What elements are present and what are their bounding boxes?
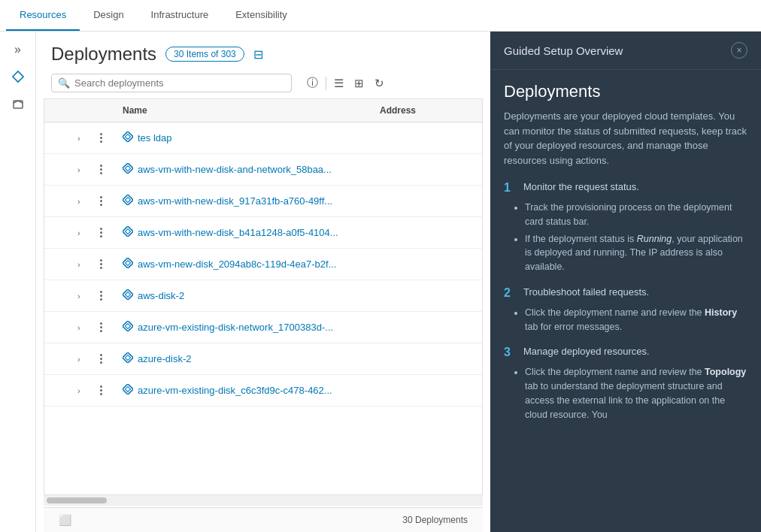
search-bar: 🔍 ⓘ ☰ ⊞ ↻ xyxy=(36,71,490,98)
header-checkbox xyxy=(44,99,74,122)
row-actions[interactable] xyxy=(97,133,120,143)
table-header: Name Address xyxy=(44,99,482,122)
column-address: Address xyxy=(377,99,482,122)
deployment-name[interactable]: aws-vm-new-disk_2094ab8c-119d-4ea7-b2f..… xyxy=(138,258,336,270)
row-menu-icon[interactable] xyxy=(100,228,102,237)
page-title: Deployments xyxy=(51,44,156,65)
search-input[interactable] xyxy=(74,77,285,89)
tab-resources[interactable]: Resources xyxy=(6,0,80,31)
step-2-header: 2 Troubleshoot failed requests. xyxy=(504,286,747,300)
deployment-icon xyxy=(123,258,133,271)
expand-chevron-icon[interactable]: › xyxy=(77,197,80,206)
deployment-name[interactable]: aws-vm-with-new-disk_917a31fb-a760-49ff.… xyxy=(138,195,332,207)
row-menu-icon[interactable] xyxy=(100,354,102,364)
expand-chevron-icon[interactable]: › xyxy=(77,165,80,174)
deployment-name[interactable]: aws-vm-with-new-disk-and-network_58baa..… xyxy=(138,164,332,175)
svg-rect-18 xyxy=(123,384,133,394)
toolbar-icons: ⓘ ☰ ⊞ ↻ xyxy=(304,74,387,92)
row-actions[interactable] xyxy=(97,165,120,174)
deployment-name[interactable]: azure-disk-2 xyxy=(138,353,192,364)
table-row: › azure-vm-existing-disk-network_1700383… xyxy=(44,312,482,343)
row-expand[interactable]: › xyxy=(74,260,97,269)
deployment-name[interactable]: aws-disk-2 xyxy=(138,290,184,301)
filter-icon[interactable]: ⊟ xyxy=(253,47,263,62)
deployment-name[interactable]: azure-vm-existing-disk-network_1700383d-… xyxy=(138,322,333,333)
step-1-bullet-1: Track the provisioning process on the de… xyxy=(525,201,747,229)
expand-chevron-icon[interactable]: › xyxy=(77,386,80,395)
svg-rect-17 xyxy=(125,355,130,360)
expand-chevron-icon[interactable]: › xyxy=(77,260,80,269)
row-menu-icon[interactable] xyxy=(100,196,102,206)
row-actions[interactable] xyxy=(97,196,120,206)
split-pane-icon[interactable]: ⬜ xyxy=(59,514,71,526)
column-name: Name xyxy=(120,99,377,122)
table-row: › tes ldap xyxy=(44,122,482,154)
svg-rect-9 xyxy=(125,228,130,234)
deployment-name[interactable]: aws-vm-with-new-disk_b41a1248-a0f5-4104.… xyxy=(138,227,338,238)
step-2-number: 2 xyxy=(504,286,516,300)
deployment-icon xyxy=(123,352,133,365)
row-actions[interactable] xyxy=(97,322,120,332)
step-1-bullets: Track the provisioning process on the de… xyxy=(525,201,747,274)
row-menu-icon[interactable] xyxy=(100,322,102,332)
row-expand[interactable]: › xyxy=(74,386,97,395)
row-expand[interactable]: › xyxy=(74,197,97,206)
row-actions[interactable] xyxy=(97,259,120,269)
svg-rect-10 xyxy=(123,258,133,268)
list-view-icon[interactable]: ☰ xyxy=(331,75,347,92)
row-expand[interactable]: › xyxy=(74,228,97,237)
table-row: › aws-disk-2 xyxy=(44,280,482,312)
row-expand[interactable]: › xyxy=(74,165,97,174)
grid-view-icon[interactable]: ⊞ xyxy=(351,75,367,92)
svg-rect-6 xyxy=(123,195,133,205)
sidebar: » xyxy=(0,32,36,532)
row-name: aws-disk-2 xyxy=(120,289,377,302)
search-icon: 🔍 xyxy=(58,77,70,89)
svg-rect-12 xyxy=(123,289,133,300)
row-menu-icon[interactable] xyxy=(100,385,102,395)
svg-rect-7 xyxy=(125,197,130,202)
deployment-icon xyxy=(123,289,133,302)
row-expand[interactable]: › xyxy=(74,355,97,364)
row-expand[interactable]: › xyxy=(74,134,97,143)
step-2-title: Troubleshoot failed requests. xyxy=(523,286,649,298)
row-expand[interactable]: › xyxy=(74,323,97,332)
horizontal-scrollbar[interactable] xyxy=(44,495,483,506)
refresh-icon[interactable]: ↻ xyxy=(371,75,387,92)
svg-rect-3 xyxy=(125,134,130,139)
tab-design[interactable]: Design xyxy=(80,0,137,31)
top-nav: Resources Design Infrastructure Extensib… xyxy=(0,0,761,32)
step-3-number: 3 xyxy=(504,346,516,359)
row-actions[interactable] xyxy=(97,228,120,237)
row-actions[interactable] xyxy=(97,385,120,395)
info-icon[interactable]: ⓘ xyxy=(304,74,321,92)
row-menu-icon[interactable] xyxy=(100,133,102,143)
cube-sidebar-icon[interactable] xyxy=(6,92,30,116)
row-menu-icon[interactable] xyxy=(100,291,102,301)
row-actions[interactable] xyxy=(97,354,120,364)
deployment-icon xyxy=(123,163,133,176)
row-actions[interactable] xyxy=(97,291,120,301)
row-expand[interactable]: › xyxy=(74,292,97,301)
table-footer: ⬜ 30 Deployments xyxy=(44,507,483,532)
search-input-wrap[interactable]: 🔍 xyxy=(51,74,292,92)
hscroll-thumb[interactable] xyxy=(47,497,107,503)
main-area: » Deployments 30 Items of 303 ⊟ 🔍 ⓘ ☰ ⊞ xyxy=(0,32,761,532)
row-menu-icon[interactable] xyxy=(100,165,102,174)
tab-infrastructure[interactable]: Infrastructure xyxy=(138,0,223,31)
deployment-name[interactable]: azure-vm-existing-disk_c6c3fd9c-c478-462… xyxy=(138,385,332,396)
table-row: › aws-vm-with-new-disk-and-network_58baa… xyxy=(44,154,482,186)
expand-chevron-icon[interactable]: › xyxy=(77,228,80,237)
diamond-sidebar-icon[interactable] xyxy=(6,65,30,89)
expand-chevron-icon[interactable]: › xyxy=(77,134,80,143)
expand-chevron-icon[interactable]: › xyxy=(77,355,80,364)
deployment-name[interactable]: tes ldap xyxy=(138,132,172,144)
table-row: › azure-vm-existing-disk_c6c3fd9c-c478-4… xyxy=(44,375,482,407)
expand-chevron-icon[interactable]: › xyxy=(77,323,80,332)
guided-close-button[interactable]: × xyxy=(731,42,747,59)
chevrons-sidebar-icon[interactable]: » xyxy=(6,38,30,62)
table-row: › aws-vm-with-new-disk_b41a1248-a0f5-410… xyxy=(44,217,482,249)
expand-chevron-icon[interactable]: › xyxy=(77,292,80,301)
tab-extensibility[interactable]: Extensibility xyxy=(222,0,301,31)
row-menu-icon[interactable] xyxy=(100,259,102,269)
